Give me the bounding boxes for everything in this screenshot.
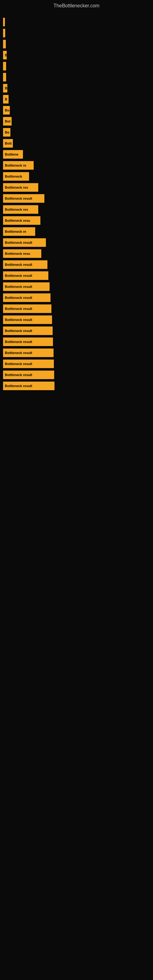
- bar-row: [0, 40, 153, 48]
- result-bar: Bottleneck re: [3, 161, 33, 170]
- bar-row: Bottleneck result: [0, 371, 153, 379]
- result-bar: Bott: [3, 139, 13, 148]
- result-bar: Bottleneck re: [3, 227, 35, 236]
- bar-row: Bottlene: [0, 150, 153, 159]
- result-bar: Bottleneck result: [3, 337, 53, 346]
- bar-row: [0, 73, 153, 81]
- bar-row: B: [0, 95, 153, 103]
- result-bar: Bottleneck resu: [3, 216, 40, 225]
- result-bar: Bottleneck res: [3, 183, 38, 192]
- bar-row: Bottleneck: [0, 172, 153, 181]
- bar-row: Bottleneck result: [0, 382, 153, 390]
- bar-row: Bottleneck result: [0, 304, 153, 313]
- bar-row: Bo: [0, 106, 153, 115]
- bar-row: Bottleneck result: [0, 282, 153, 291]
- result-bar: [3, 18, 5, 26]
- result-bar: Bot: [3, 117, 12, 126]
- bar-row: [0, 18, 153, 26]
- result-bar: Bottleneck result: [3, 360, 54, 368]
- result-bar: Bottleneck result: [3, 382, 54, 390]
- result-bar: Bottleneck result: [3, 271, 48, 280]
- bar-row: Bottleneck result: [0, 337, 153, 346]
- bar-row: Bottleneck result: [0, 271, 153, 280]
- result-bar: Bottleneck result: [3, 238, 46, 247]
- result-bar: [3, 62, 6, 70]
- bar-row: Bottleneck resu: [0, 216, 153, 225]
- bars-container: BBBBoBotBoBottBottleneBottleneck reBottl…: [0, 15, 153, 396]
- result-bar: [3, 29, 5, 37]
- result-bar: Bottleneck result: [3, 282, 49, 291]
- bar-row: Bottleneck result: [0, 194, 153, 203]
- result-bar: Bottleneck result: [3, 348, 54, 357]
- site-title: TheBottlenecker.com: [0, 0, 153, 15]
- bar-row: B: [0, 84, 153, 92]
- result-bar: Bottleneck resu: [3, 249, 41, 258]
- bar-row: Bottleneck re: [0, 227, 153, 236]
- result-bar: Bo: [3, 128, 10, 137]
- result-bar: Bo: [3, 106, 10, 115]
- bar-row: Bottleneck re: [0, 161, 153, 170]
- bar-row: Bottleneck result: [0, 360, 153, 368]
- result-bar: Bottleneck result: [3, 293, 51, 302]
- bar-row: Bottleneck result: [0, 348, 153, 357]
- result-bar: Bottleneck result: [3, 326, 53, 335]
- result-bar: Bottleneck result: [3, 194, 45, 203]
- result-bar: B: [3, 84, 7, 92]
- bar-row: B: [0, 51, 153, 59]
- result-bar: Bottleneck result: [3, 371, 54, 379]
- bar-row: Bottleneck res: [0, 183, 153, 192]
- result-bar: [3, 40, 6, 48]
- bar-row: Bottleneck resu: [0, 249, 153, 258]
- result-bar: Bottleneck result: [3, 315, 52, 324]
- bar-row: Bo: [0, 128, 153, 137]
- bar-row: Bottleneck result: [0, 260, 153, 269]
- result-bar: [3, 73, 6, 81]
- bar-row: Bottleneck result: [0, 293, 153, 302]
- bar-row: Bottleneck result: [0, 315, 153, 324]
- bar-row: [0, 29, 153, 37]
- result-bar: Bottleneck result: [3, 304, 51, 313]
- result-bar: Bottlene: [3, 150, 23, 159]
- result-bar: Bottleneck res: [3, 205, 38, 214]
- bar-row: Bottleneck result: [0, 238, 153, 247]
- result-bar: B: [3, 51, 7, 59]
- bar-row: Bot: [0, 117, 153, 126]
- bar-row: Bott: [0, 139, 153, 148]
- bar-row: [0, 62, 153, 70]
- result-bar: Bottleneck: [3, 172, 29, 181]
- result-bar: Bottleneck result: [3, 260, 48, 269]
- result-bar: B: [3, 95, 9, 103]
- bar-row: Bottleneck result: [0, 326, 153, 335]
- bar-row: Bottleneck res: [0, 205, 153, 214]
